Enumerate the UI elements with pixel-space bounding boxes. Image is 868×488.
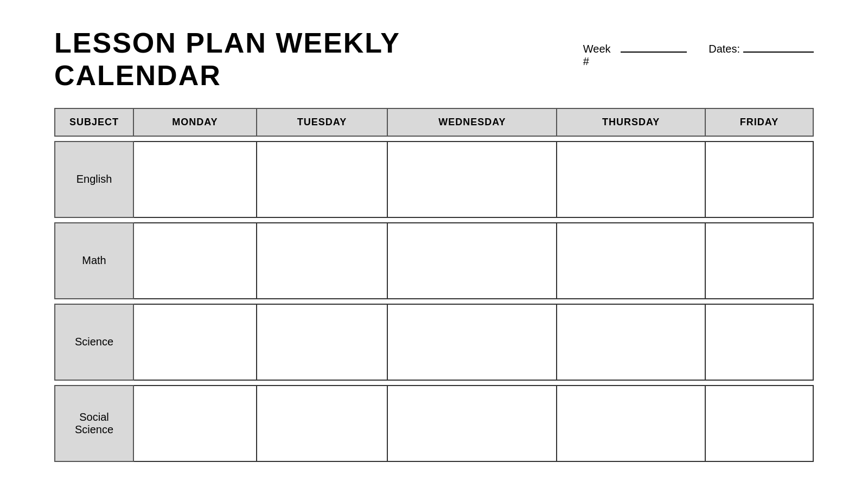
tuesday-english-cell[interactable] xyxy=(257,142,388,217)
table-row: English xyxy=(55,142,813,217)
dates-label: Dates: xyxy=(709,43,740,55)
dates-line[interactable] xyxy=(743,52,814,53)
monday-social-science-cell[interactable] xyxy=(133,386,257,461)
friday-english-cell[interactable] xyxy=(705,142,813,217)
wednesday-social-science-cell[interactable] xyxy=(387,386,557,461)
monday-math-cell[interactable] xyxy=(133,223,257,299)
monday-science-cell[interactable] xyxy=(133,304,257,380)
subject-math: Math xyxy=(55,223,133,299)
friday-math-cell[interactable] xyxy=(705,223,813,299)
table-row: Math xyxy=(55,223,813,299)
friday-social-science-cell[interactable] xyxy=(705,386,813,461)
col-wednesday-header: WEDNESDAY xyxy=(387,108,557,136)
table-row: SocialScience xyxy=(55,386,813,461)
spacer-row xyxy=(55,217,813,223)
subject-social-science: SocialScience xyxy=(55,386,133,461)
subject-english: English xyxy=(55,142,133,217)
tuesday-social-science-cell[interactable] xyxy=(257,386,388,461)
dates-field: Dates: xyxy=(709,43,814,55)
thursday-math-cell[interactable] xyxy=(557,223,705,299)
spacer-row xyxy=(55,380,813,386)
wednesday-math-cell[interactable] xyxy=(387,223,557,299)
tuesday-science-cell[interactable] xyxy=(257,304,388,380)
table-header-row: SUBJECT MONDAY TUESDAY WEDNESDAY THURSDA… xyxy=(55,108,813,136)
tuesday-math-cell[interactable] xyxy=(257,223,388,299)
week-label: Week # xyxy=(583,43,617,68)
spacer-row xyxy=(55,136,813,142)
page-title: LESSON PLAN WEEKLY CALENDAR xyxy=(54,27,561,92)
spacer-row xyxy=(55,299,813,304)
wednesday-english-cell[interactable] xyxy=(387,142,557,217)
subject-science: Science xyxy=(55,304,133,380)
week-line[interactable] xyxy=(621,52,687,53)
table-row: Science xyxy=(55,304,813,380)
monday-english-cell[interactable] xyxy=(133,142,257,217)
thursday-social-science-cell[interactable] xyxy=(557,386,705,461)
page-header: LESSON PLAN WEEKLY CALENDAR Week # Dates… xyxy=(54,27,814,92)
lesson-plan-table: SUBJECT MONDAY TUESDAY WEDNESDAY THURSDA… xyxy=(54,108,814,462)
header-fields: Week # Dates: xyxy=(583,43,814,68)
col-subject-header: SUBJECT xyxy=(55,108,133,136)
page: LESSON PLAN WEEKLY CALENDAR Week # Dates… xyxy=(27,5,841,484)
week-field: Week # xyxy=(583,43,687,68)
friday-science-cell[interactable] xyxy=(705,304,813,380)
thursday-english-cell[interactable] xyxy=(557,142,705,217)
thursday-science-cell[interactable] xyxy=(557,304,705,380)
col-friday-header: FRIDAY xyxy=(705,108,813,136)
col-thursday-header: THURSDAY xyxy=(557,108,705,136)
wednesday-science-cell[interactable] xyxy=(387,304,557,380)
col-monday-header: MONDAY xyxy=(133,108,257,136)
col-tuesday-header: TUESDAY xyxy=(257,108,388,136)
